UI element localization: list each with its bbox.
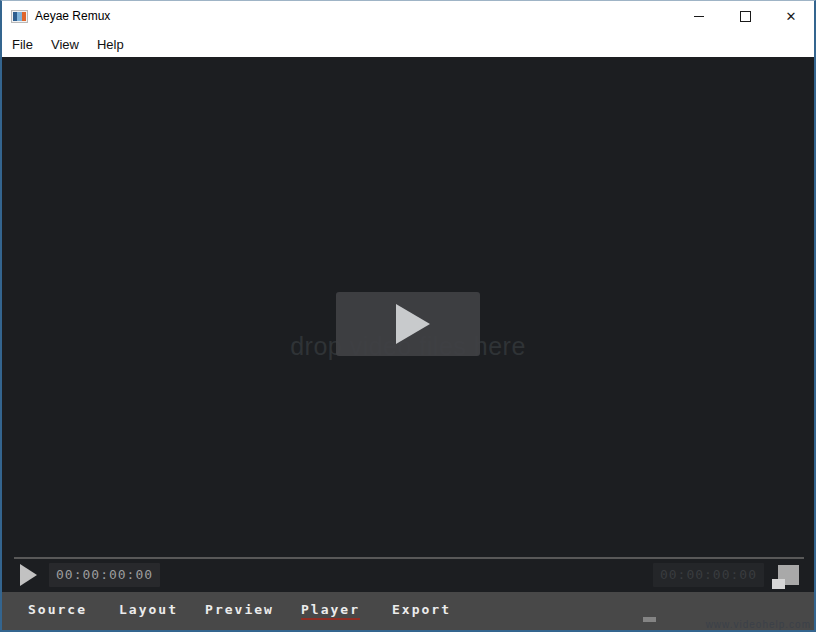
app-icon: [11, 10, 28, 23]
current-time-display: 00:00:00:00: [49, 563, 160, 587]
bottom-tabbar: Source Layout Preview Player Export www.…: [2, 592, 814, 630]
minimize-icon: [694, 16, 704, 17]
tab-player-label: Player: [301, 602, 360, 620]
tab-source[interactable]: Source: [12, 602, 103, 620]
seekbar[interactable]: [14, 557, 804, 559]
tab-export-label: Export: [392, 602, 451, 620]
close-button[interactable]: ✕: [768, 1, 814, 31]
playlist-toggle-icon-detail: [772, 579, 785, 589]
window-title: Aeyae Remux: [35, 9, 110, 23]
video-canvas[interactable]: drop video files here 00:00:00:00 00:00:…: [2, 57, 814, 592]
tab-player[interactable]: Player: [285, 602, 376, 620]
watermark-text: www.videohelp.com: [706, 619, 811, 630]
menu-view[interactable]: View: [42, 37, 88, 52]
tab-preview-label: Preview: [205, 602, 274, 620]
menu-file[interactable]: File: [12, 37, 42, 52]
maximize-icon: [740, 11, 751, 22]
app-window: Aeyae Remux ✕ File View Help drop video …: [0, 0, 816, 632]
maximize-button[interactable]: [722, 1, 768, 31]
play-overlay-button[interactable]: [336, 292, 480, 356]
close-icon: ✕: [786, 10, 797, 23]
tab-layout[interactable]: Layout: [103, 602, 194, 620]
playback-controls: 00:00:00:00 00:00:00:00: [2, 562, 814, 588]
tab-layout-label: Layout: [119, 602, 178, 620]
duration-display: 00:00:00:00: [653, 563, 764, 587]
menu-help[interactable]: Help: [88, 37, 133, 52]
menubar: File View Help: [2, 31, 814, 57]
titlebar: Aeyae Remux ✕: [2, 1, 814, 31]
tab-export[interactable]: Export: [376, 602, 467, 620]
tab-preview[interactable]: Preview: [194, 602, 285, 620]
app-icon-frame: [22, 12, 26, 21]
tab-source-label: Source: [28, 602, 87, 620]
watermark-mark: [643, 617, 656, 622]
playlist-toggle-icon[interactable]: [778, 565, 799, 585]
play-button[interactable]: [20, 564, 37, 586]
window-controls: ✕: [676, 1, 814, 31]
minimize-button[interactable]: [676, 1, 722, 31]
play-icon: [396, 304, 430, 344]
